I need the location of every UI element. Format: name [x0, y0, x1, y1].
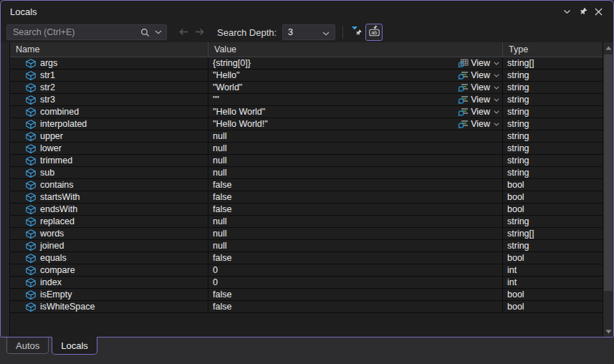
tab-autos[interactable]: Autos [6, 337, 49, 354]
value-cell: "Hello World!" [208, 118, 503, 130]
filter-pinned-icon [351, 25, 363, 40]
variable-value: 0 [213, 265, 499, 275]
table-row[interactable]: equals false [10, 252, 603, 264]
table-row[interactable]: str2 "World" [10, 82, 603, 94]
text-visualizer-icon [458, 71, 469, 80]
table-row[interactable]: compare 0 [10, 264, 603, 277]
value-cell: null [208, 228, 503, 239]
view-visualizer-button[interactable]: View [458, 82, 499, 92]
table-row[interactable]: str3 "" [10, 94, 603, 106]
table-row[interactable]: endsWith false [10, 203, 603, 216]
variable-name: isWhiteSpace [40, 302, 95, 312]
type-cell: string [503, 106, 603, 118]
variable-name: startsWith [40, 192, 80, 202]
name-cell: combined [10, 106, 208, 118]
local-variable-icon [26, 205, 36, 214]
window-position-menu-button[interactable] [559, 4, 575, 19]
view-visualizer-button[interactable]: View [458, 107, 499, 117]
variable-name: args [40, 58, 57, 68]
window-title: Locals [10, 6, 37, 17]
toolbar-separator [342, 26, 343, 39]
table-row[interactable]: contains false [10, 179, 603, 191]
tab-locals[interactable]: Locals [52, 337, 97, 355]
local-variable-icon [26, 120, 36, 129]
variable-type: int [507, 277, 517, 287]
search-depth-value: 3 [288, 27, 322, 37]
value-cell: false [208, 191, 503, 203]
table-row[interactable]: upper null [10, 130, 603, 143]
variable-type: bool [507, 204, 524, 214]
view-visualizer-button[interactable]: View [458, 95, 499, 105]
view-visualizer-button[interactable]: View [458, 58, 499, 68]
pinnable-properties-toggle-button[interactable]: ab [365, 24, 383, 41]
table-row[interactable]: isEmpty false [10, 289, 603, 301]
variable-type: int [507, 265, 517, 275]
local-variable-icon [26, 83, 36, 92]
type-cell: int [503, 264, 603, 276]
variable-type: string [507, 155, 529, 166]
table-row[interactable]: lower null [10, 143, 603, 155]
grid-header: Name Value Type [10, 42, 603, 57]
local-variable-icon [26, 241, 36, 251]
column-header-value[interactable]: Value [208, 42, 503, 57]
table-row[interactable]: str1 "Hello" [10, 70, 603, 82]
next-result-button[interactable] [191, 24, 207, 40]
type-cell: int [503, 277, 603, 288]
variable-name: equals [40, 253, 67, 263]
search-navigation [176, 24, 207, 40]
local-variable-icon [26, 107, 36, 117]
variable-value: null [213, 241, 499, 251]
table-row[interactable]: combined "Hello World" [10, 106, 603, 118]
pinnable-properties-icon: ab [368, 25, 380, 40]
filter-pinned-properties-button[interactable] [348, 24, 365, 41]
type-cell: string [503, 118, 603, 130]
grid-main: Name Value Type args {string[0]} [10, 42, 603, 337]
table-row[interactable]: isWhiteSpace false [10, 301, 603, 313]
search-depth-select[interactable]: 3 [282, 24, 335, 40]
table-row[interactable]: joined null [10, 240, 603, 252]
name-cell: endsWith [10, 203, 208, 215]
variable-type: string[] [507, 58, 534, 68]
search-input[interactable]: Search (Ctrl+E) [6, 24, 167, 40]
search-placeholder: Search (Ctrl+E) [13, 27, 140, 37]
view-visualizer-button[interactable]: View [458, 70, 499, 80]
name-cell: startsWith [10, 191, 208, 203]
search-options-button[interactable] [155, 30, 162, 34]
table-row[interactable]: trimmed null [10, 155, 603, 167]
type-cell: bool [503, 289, 603, 300]
local-variable-icon [26, 266, 36, 275]
type-cell: string [503, 167, 603, 178]
tab-label: Autos [16, 340, 39, 351]
pin-window-button[interactable] [575, 4, 590, 19]
column-header-name[interactable]: Name [10, 42, 208, 57]
local-variable-icon [26, 181, 36, 190]
value-cell: 0 [208, 277, 503, 288]
scroll-down-icon[interactable] [603, 326, 613, 337]
back-arrow-icon [178, 26, 189, 39]
value-cell: "Hello World" [208, 106, 503, 118]
table-row[interactable]: sub null [10, 167, 603, 179]
grid-left-gutter [1, 42, 10, 337]
scroll-up-icon[interactable] [603, 42, 613, 53]
table-row[interactable]: index 0 [10, 277, 603, 289]
type-cell: bool [503, 301, 603, 312]
variable-value: "Hello World!" [213, 119, 458, 129]
scrollbar-thumb[interactable] [604, 54, 613, 291]
variable-type: bool [507, 192, 524, 202]
view-visualizer-button[interactable]: View [458, 119, 499, 129]
vertical-scrollbar[interactable] [603, 42, 613, 337]
variable-name: contains [40, 180, 74, 190]
previous-result-button[interactable] [176, 24, 191, 40]
close-window-button[interactable] [590, 4, 606, 19]
variable-name: str3 [40, 95, 55, 105]
scrollbar-track[interactable] [603, 53, 613, 326]
column-header-type[interactable]: Type [503, 42, 603, 57]
type-cell: string[] [503, 57, 603, 69]
table-row[interactable]: args {string[0]} [10, 57, 603, 70]
table-row[interactable]: words null [10, 228, 603, 240]
chevron-down-icon [494, 86, 499, 90]
table-row[interactable]: startsWith false [10, 191, 603, 203]
variable-value: false [213, 204, 499, 214]
table-row[interactable]: interpolated "Hello World!" [10, 118, 603, 130]
table-row[interactable]: replaced null [10, 216, 603, 228]
